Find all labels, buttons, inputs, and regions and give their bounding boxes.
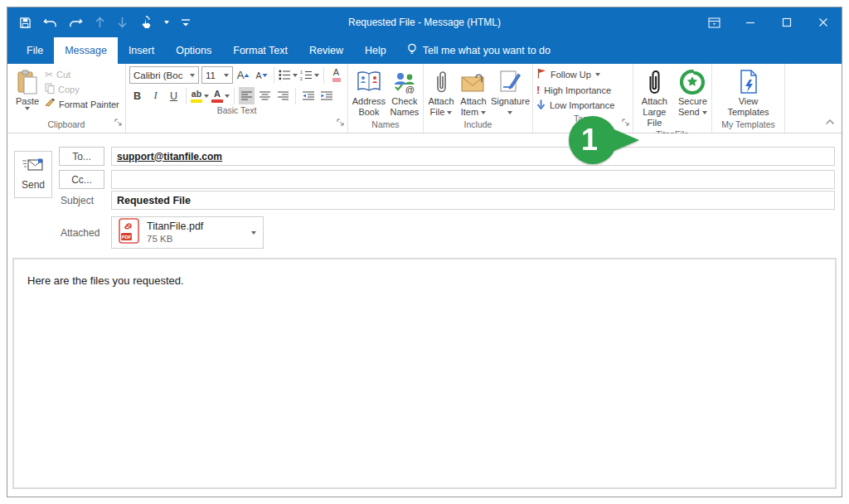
- pdf-badge: PDF: [122, 235, 132, 240]
- clipboard-dialog-launcher-icon[interactable]: [114, 115, 123, 130]
- address-book-button[interactable]: AddressBook: [351, 67, 387, 118]
- lightbulb-icon: [407, 43, 417, 58]
- font-name-value: Calibri (Boc: [133, 70, 187, 80]
- italic-button[interactable]: I: [148, 87, 163, 104]
- cc-field[interactable]: [111, 170, 835, 189]
- bullets-dropdown-icon[interactable]: [293, 74, 298, 77]
- align-center-button[interactable]: [257, 87, 273, 104]
- view-templates-button[interactable]: ViewTemplates: [722, 67, 775, 118]
- maximize-icon[interactable]: [769, 7, 805, 37]
- svg-text:1: 1: [300, 70, 303, 75]
- align-right-button[interactable]: [275, 87, 291, 104]
- attach-file-button[interactable]: AttachFile: [426, 67, 456, 118]
- outlook-message-window: Requested File - Message (HTML) File Mes…: [7, 7, 842, 497]
- paperclip-icon: [434, 68, 448, 96]
- low-importance-button[interactable]: Low Importance: [533, 98, 633, 113]
- secure-send-dropdown-icon[interactable]: [702, 111, 707, 114]
- increase-indent-button[interactable]: [318, 87, 334, 104]
- move-up-icon: [95, 17, 105, 28]
- copy-button[interactable]: Copy: [45, 83, 119, 95]
- format-painter-button[interactable]: Format Painter: [45, 98, 119, 110]
- basic-text-group-label: Basic Text: [126, 104, 347, 119]
- signature-dropdown-icon[interactable]: [507, 111, 512, 114]
- tab-help[interactable]: Help: [354, 37, 397, 64]
- format-painter-icon: [45, 98, 56, 110]
- check-names-button[interactable]: @ CheckNames: [389, 67, 420, 118]
- font-color-dropdown-icon[interactable]: [225, 94, 230, 98]
- cut-button[interactable]: ✂ Cut: [45, 69, 119, 80]
- clear-formatting-button[interactable]: A: [328, 66, 344, 84]
- close-icon[interactable]: [805, 7, 842, 37]
- attachment-chip[interactable]: PDF TitanFile.pdf 75 KB: [111, 216, 264, 249]
- titanfile-secure-send-icon: [680, 68, 705, 96]
- numbering-dropdown-icon[interactable]: [314, 74, 319, 77]
- paste-dropdown-icon[interactable]: [25, 107, 30, 110]
- tell-me-label: Tell me what you want to do: [423, 45, 551, 56]
- numbering-button[interactable]: 12: [300, 66, 319, 84]
- attachment-dropdown-icon[interactable]: [251, 231, 256, 235]
- grow-font-button[interactable]: A: [235, 66, 251, 84]
- group-include: AttachFile AttachItem Signature Include: [424, 64, 533, 133]
- format-painter-label: Format Painter: [59, 99, 119, 109]
- touch-mode-dropdown-icon[interactable]: [164, 21, 169, 24]
- bullets-button[interactable]: [279, 66, 298, 84]
- to-field[interactable]: support@titanfile.com: [111, 147, 835, 166]
- group-names: AddressBook @ CheckNames Names: [348, 64, 424, 133]
- minimize-icon[interactable]: [732, 7, 769, 37]
- font-size-select[interactable]: 11: [201, 66, 233, 84]
- attach-large-file-button[interactable]: AttachLarge File: [636, 67, 673, 128]
- paste-label: Paste: [16, 96, 39, 107]
- send-label: Send: [22, 179, 45, 191]
- attach-item-button[interactable]: AttachItem: [458, 67, 488, 118]
- send-button[interactable]: Send: [14, 151, 52, 198]
- include-group-label: Include: [424, 119, 532, 133]
- high-importance-icon: !: [536, 84, 540, 96]
- tab-insert[interactable]: Insert: [118, 37, 165, 64]
- paste-button[interactable]: Paste: [10, 67, 45, 110]
- font-color-button[interactable]: A: [211, 87, 230, 104]
- customize-qat-icon[interactable]: [181, 17, 191, 27]
- decrease-indent-button[interactable]: [300, 87, 316, 104]
- cut-icon: ✂: [45, 69, 53, 80]
- tell-me-box[interactable]: Tell me what you want to do: [397, 37, 560, 64]
- cc-button[interactable]: Cc...: [59, 170, 104, 189]
- align-left-button[interactable]: [239, 87, 255, 104]
- group-clipboard: Paste ✂ Cut Copy: [7, 64, 126, 133]
- quick-access-toolbar: [7, 16, 191, 29]
- redo-icon[interactable]: [69, 17, 83, 28]
- basic-text-dialog-launcher-icon[interactable]: [337, 115, 345, 130]
- attach-file-dropdown-icon[interactable]: [447, 111, 452, 114]
- font-name-select[interactable]: Calibri (Boc: [129, 66, 199, 84]
- message-body[interactable]: Here are the files you requested.: [12, 258, 837, 489]
- shrink-font-button[interactable]: A: [254, 66, 269, 84]
- attach-item-dropdown-icon[interactable]: [481, 111, 486, 114]
- collapse-ribbon-icon[interactable]: [825, 114, 835, 128]
- high-importance-button[interactable]: ! High Importance: [533, 82, 633, 98]
- cut-label: Cut: [56, 70, 70, 80]
- ribbon-display-options-icon[interactable]: [696, 7, 732, 37]
- to-button[interactable]: To...: [59, 147, 104, 166]
- undo-icon[interactable]: [43, 17, 57, 28]
- tab-format-text[interactable]: Format Text: [222, 37, 298, 64]
- clipboard-group-label: Clipboard: [7, 119, 125, 133]
- secure-send-button[interactable]: SecureSend: [677, 67, 709, 118]
- subject-field[interactable]: Requested File: [111, 191, 835, 210]
- copy-icon: [45, 83, 55, 95]
- tab-file[interactable]: File: [16, 37, 54, 64]
- tab-review[interactable]: Review: [298, 37, 354, 64]
- follow-up-button[interactable]: Follow Up: [533, 66, 633, 82]
- tab-message[interactable]: Message: [54, 37, 118, 64]
- save-icon[interactable]: [19, 17, 32, 29]
- underline-button[interactable]: U: [166, 87, 182, 104]
- to-recipient[interactable]: support@titanfile.com: [117, 151, 222, 162]
- large-paperclip-icon: [647, 68, 662, 96]
- highlight-button[interactable]: ab: [191, 87, 209, 104]
- highlight-dropdown-icon[interactable]: [204, 94, 209, 98]
- signature-button[interactable]: Signature: [491, 67, 530, 118]
- tab-options[interactable]: Options: [165, 37, 222, 64]
- follow-up-dropdown-icon[interactable]: [595, 73, 600, 76]
- ribbon: Paste ✂ Cut Copy: [7, 64, 842, 133]
- bold-button[interactable]: B: [129, 87, 145, 104]
- touch-mode-icon[interactable]: [139, 16, 153, 29]
- group-titanfile: AttachLarge File SecureSend TitanFile: [633, 64, 712, 133]
